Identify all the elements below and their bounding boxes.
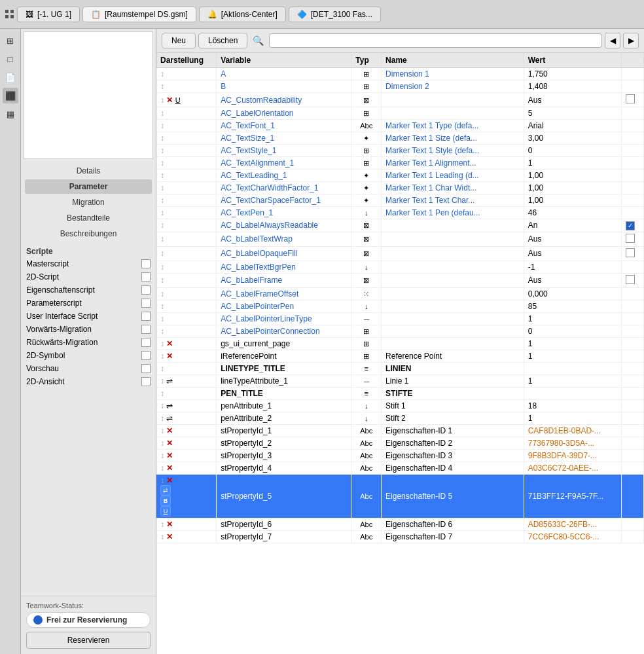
drag-handle[interactable]: ↕ xyxy=(160,196,164,205)
table-row[interactable]: ↕A⊞Dimension 11,750 xyxy=(156,68,644,81)
icon-doc[interactable]: 📄 xyxy=(3,69,18,85)
nav-migration[interactable]: Migration xyxy=(25,195,152,209)
table-row[interactable]: ↕AC_TextCharWidthFactor_1✦Marker Text 1 … xyxy=(156,182,644,194)
nav-parameter[interactable]: Parameter xyxy=(25,179,152,194)
table-row[interactable]: ↕AC_TextAlignment_1⊞Marker Text 1 Alignm… xyxy=(156,157,644,170)
tab-det[interactable]: 🔷 [DET_3100 Fas... xyxy=(289,7,381,22)
table-row[interactable]: ↕AC_bLabelTextWrap⊠Aus xyxy=(156,232,644,246)
script-checkbox[interactable] xyxy=(141,272,151,282)
drag-handle[interactable]: ↕ xyxy=(160,183,164,192)
drag-handle[interactable]: ↕ xyxy=(160,221,164,230)
drag-handle[interactable]: ↕ xyxy=(160,426,164,435)
drag-handle[interactable]: ↕ xyxy=(160,263,164,272)
table-row[interactable]: ↕AC_LabelTextBgrPen↓-1 xyxy=(156,261,644,273)
reserve-button[interactable]: Reservieren xyxy=(26,632,151,649)
table-row[interactable]: ↕ ⇌penAttribute_2↓Stift 21 xyxy=(156,412,644,424)
table-row[interactable]: ↕ ✕gs_ui_current_page⊞1 xyxy=(156,337,644,350)
drag-handle[interactable]: ↕ xyxy=(160,389,164,398)
table-row[interactable]: ↕AC_bLabelAlwaysReadable⊠An xyxy=(156,219,644,232)
drag-handle[interactable]: ↕ xyxy=(160,401,164,410)
script-checkbox[interactable] xyxy=(141,312,151,321)
table-row[interactable]: ↕AC_bLabelFrame⊠Aus xyxy=(156,273,644,287)
drag-handle[interactable]: ↕ xyxy=(160,520,164,529)
drag-handle[interactable]: ↕ xyxy=(160,134,164,143)
tab-raumstempel[interactable]: 📋 [Raumstempel DS.gsm] xyxy=(82,7,196,22)
drag-handle[interactable]: ↕ xyxy=(160,234,164,244)
table-row[interactable]: ↕ ✕stPropertyId_3AbcEigenschaften-ID 39F… xyxy=(156,449,644,462)
table-row[interactable]: ↕ ✕stPropertyId_1AbcEigenschaften-ID 1CA… xyxy=(156,424,644,437)
nav-bestandteile[interactable]: Bestandteile xyxy=(25,211,152,225)
nav-details[interactable]: Details xyxy=(25,164,152,178)
drag-handle[interactable]: ↕ xyxy=(160,352,164,361)
drag-handle[interactable]: ↕ xyxy=(160,69,164,79)
table-row[interactable]: ↕AC_TextFont_1AbcMarker Text 1 Type (def… xyxy=(156,120,644,132)
table-row[interactable]: ↕AC_bLabelOpaqueFill⊠Aus xyxy=(156,246,644,261)
drag-handle[interactable]: ↕ xyxy=(160,121,164,130)
checkbox-unchecked[interactable] xyxy=(626,248,635,257)
drag-handle[interactable]: ↕ xyxy=(160,463,164,473)
script-checkbox[interactable] xyxy=(141,338,151,347)
nav-next-button[interactable]: ▶ xyxy=(623,33,639,48)
icon-layers[interactable]: ⊞ xyxy=(3,33,18,48)
drag-handle[interactable]: ↕ xyxy=(160,414,164,423)
drag-handle[interactable]: ↕ xyxy=(160,339,164,348)
search-input[interactable] xyxy=(269,33,602,48)
script-item-user-interface-script[interactable]: User Interface Script xyxy=(21,310,156,323)
script-item-eigenschaftenscript[interactable]: Eigenschaftenscript xyxy=(21,283,156,297)
table-row[interactable]: ↕AC_TextSize_1✦Marker Text 1 Size (defa.… xyxy=(156,132,644,145)
table-row[interactable]: ↕ ✕stPropertyId_6AbcEigenschaften-ID 6AD… xyxy=(156,518,644,530)
table-row[interactable]: ↕ ⇌lineTypeAttribute_1----Linie 11 xyxy=(156,374,644,387)
drag-handle[interactable]: ↕ xyxy=(160,289,164,299)
icon-square[interactable]: □ xyxy=(3,51,18,67)
script-item-2d-script[interactable]: 2D-Script xyxy=(21,270,156,283)
table-row[interactable]: ↕ ✕stPropertyId_7AbcEigenschaften-ID 77C… xyxy=(156,530,644,543)
drag-handle[interactable]: ↕ xyxy=(160,109,164,118)
script-item-vorwärts-migration[interactable]: Vorwärts-Migration xyxy=(21,323,156,336)
script-item-parameterscript[interactable]: Parameterscript xyxy=(21,297,156,310)
copy-btn[interactable]: ⇌ xyxy=(160,485,171,496)
drag-handle[interactable]: ↕ xyxy=(160,146,164,155)
icon-component[interactable]: ⬛ xyxy=(3,88,18,103)
drag-handle[interactable]: ↕ xyxy=(160,314,164,323)
underline-btn[interactable]: U xyxy=(160,506,171,517)
table-row[interactable]: ↕ ✕ ⇌ B UstPropertyId_5AbcEigenschaften-… xyxy=(156,474,644,518)
script-checkbox[interactable] xyxy=(141,259,151,268)
drag-handle[interactable]: ↕ xyxy=(160,208,164,217)
table-row[interactable]: ↕AC_TextLeading_1✦Marker Text 1 Leading … xyxy=(156,170,644,182)
script-item-2d-ansicht[interactable]: 2D-Ansicht xyxy=(21,375,156,388)
drag-handle[interactable]: ↕ xyxy=(160,96,164,105)
table-row[interactable]: ↕AC_LabelOrientation⊞5 xyxy=(156,107,644,120)
table-row[interactable]: ↕PEN_TITLE≡STIFTE xyxy=(156,387,644,399)
table-row[interactable]: ↕AC_LabelFrameOffset⁙0,000 xyxy=(156,287,644,300)
drag-handle[interactable]: ↕ xyxy=(160,249,164,258)
script-item-2d-symbol[interactable]: 2D-Symbol xyxy=(21,349,156,362)
table-row[interactable]: ↕AC_TextPen_1↓Marker Text 1 Pen (defau..… xyxy=(156,207,644,219)
table-row[interactable]: ↕ ✕stPropertyId_2AbcEigenschaften-ID 277… xyxy=(156,437,644,449)
tab-aktions[interactable]: 🔔 [Aktions-Center] xyxy=(199,7,286,22)
script-checkbox[interactable] xyxy=(141,377,151,386)
new-button[interactable]: Neu xyxy=(162,33,196,48)
drag-handle[interactable]: ↕ xyxy=(160,327,164,336)
drag-handle[interactable]: ↕ xyxy=(160,476,164,485)
checkbox-unchecked[interactable] xyxy=(626,275,635,284)
icon-grid[interactable]: ▦ xyxy=(3,106,18,122)
nav-beschreibungen[interactable]: Beschreibungen xyxy=(25,227,152,241)
script-checkbox[interactable] xyxy=(141,325,151,334)
checkbox-unchecked[interactable] xyxy=(626,94,635,103)
table-row[interactable]: ↕AC_LabelPointerLineType----1 xyxy=(156,312,644,325)
table-row[interactable]: ↕ ⇌penAttribute_1↓Stift 118 xyxy=(156,399,644,412)
checkbox-checked[interactable] xyxy=(626,221,635,230)
drag-handle[interactable]: ↕ xyxy=(160,451,164,460)
checkbox-unchecked[interactable] xyxy=(626,234,635,243)
table-row[interactable]: ↕AC_LabelPointerConnection⊞0 xyxy=(156,325,644,337)
table-row[interactable]: ↕AC_TextStyle_1⊞Marker Text 1 Style (def… xyxy=(156,145,644,157)
drag-handle[interactable]: ↕ xyxy=(160,532,164,541)
delete-button[interactable]: Löschen xyxy=(198,33,247,48)
script-item-masterscript[interactable]: Masterscript xyxy=(21,257,156,270)
script-checkbox[interactable] xyxy=(141,299,151,308)
script-checkbox[interactable] xyxy=(141,285,151,295)
table-row[interactable]: ↕ ✕stPropertyId_4AbcEigenschaften-ID 4A0… xyxy=(156,462,644,474)
nav-prev-button[interactable]: ◀ xyxy=(605,33,620,48)
drag-handle[interactable]: ↕ xyxy=(160,158,164,168)
drag-handle[interactable]: ↕ xyxy=(160,82,164,91)
